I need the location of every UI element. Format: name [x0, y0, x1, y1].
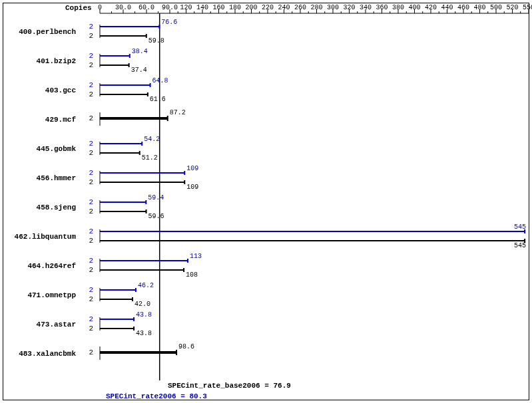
- chart-svg: [0, 0, 532, 403]
- spec-rate-chart: Copies 030.060.090.012014016018020022024…: [0, 0, 532, 403]
- summary-base: SPECint_rate_base2006 = 76.9: [168, 382, 291, 390]
- summary-peak: SPECint_rate2006 = 80.3: [106, 392, 207, 400]
